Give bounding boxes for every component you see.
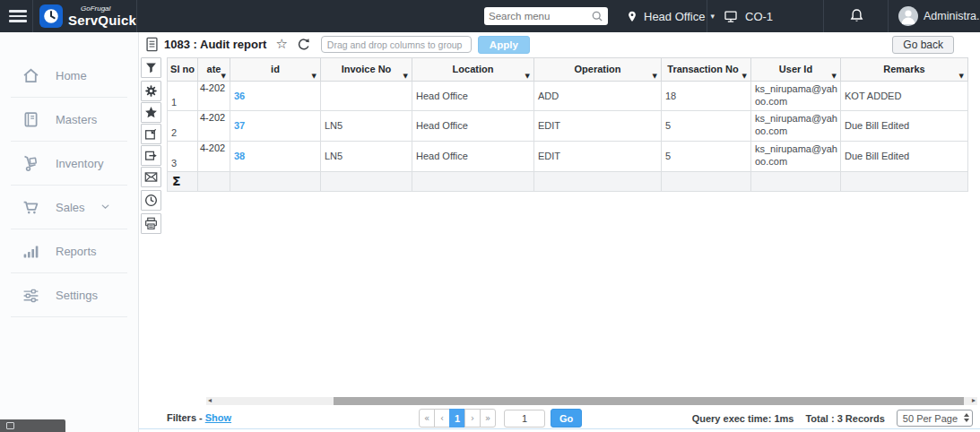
notifications-bell-icon[interactable] xyxy=(848,0,865,32)
sidebar-item-label: Sales xyxy=(56,201,85,214)
scroll-right-icon[interactable]: ▸ xyxy=(972,395,976,406)
bottom-divider xyxy=(139,428,980,429)
table-row: 1 4-202 36 Head Office ADD 18 ks_nirupam… xyxy=(168,82,968,111)
cell-sl-no: 2 xyxy=(168,110,198,141)
sales-cart-icon xyxy=(22,198,40,217)
show-filters-link[interactable]: Show xyxy=(205,412,231,423)
last-page-button[interactable]: » xyxy=(480,409,496,428)
chevron-down-icon xyxy=(100,201,111,215)
cell-operation: ADD xyxy=(534,82,662,111)
topbar-divider xyxy=(136,0,137,32)
scrollbar-thumb[interactable] xyxy=(334,397,964,405)
mail-icon[interactable] xyxy=(141,167,161,187)
document-icon xyxy=(145,37,159,52)
sidebar-item-inventory[interactable]: Inventory xyxy=(0,142,138,185)
report-footer: Filters -Show « ‹ 1 › » Go Query exec ti… xyxy=(139,408,980,428)
column-header-invoice-no[interactable]: Invoice No▼ xyxy=(321,58,412,82)
cell-id-link[interactable]: 38 xyxy=(230,141,321,171)
location-pin-icon xyxy=(626,9,638,24)
first-page-button[interactable]: « xyxy=(419,409,435,428)
location-label: Head Office xyxy=(644,10,705,23)
favorite-star-icon[interactable]: ☆ xyxy=(275,38,287,51)
go-page-button[interactable]: Go xyxy=(551,409,582,428)
table-row: 2 4-202 37 LN5 Head Office EDIT 5 ks_nir… xyxy=(168,110,968,141)
sidebar-item-home[interactable]: Home xyxy=(0,54,138,97)
printer-icon[interactable] xyxy=(141,213,161,234)
column-header-operation[interactable]: Operation▼ xyxy=(534,58,662,82)
topbar-divider xyxy=(888,0,889,32)
inventory-trolley-icon xyxy=(22,154,40,173)
hamburger-menu-icon[interactable] xyxy=(7,0,29,32)
next-page-button[interactable]: › xyxy=(464,409,481,428)
current-page-button[interactable]: 1 xyxy=(449,409,465,428)
sort-arrow-icon[interactable]: ▼ xyxy=(653,73,657,80)
cell-operation: EDIT xyxy=(534,141,662,171)
column-header-user-id[interactable]: User Id▼ xyxy=(751,58,841,82)
sidebar-item-settings[interactable]: Settings xyxy=(0,273,138,316)
go-back-button[interactable]: Go back xyxy=(892,36,954,54)
page-number-input[interactable] xyxy=(504,410,545,428)
user-name-label: Administra... xyxy=(924,10,980,22)
location-selector[interactable]: Head Office ▾ xyxy=(626,0,715,32)
footer-stats: Query exec time: 1ms Total : 3 Records 5… xyxy=(692,410,973,427)
export-arrow-icon[interactable] xyxy=(141,145,161,166)
clock-icon[interactable] xyxy=(141,190,161,211)
pagination: « ‹ 1 › » Go xyxy=(419,409,582,428)
brand-text: GoFrugal ServQuick xyxy=(68,5,136,27)
terminal-label: CO-1 xyxy=(745,10,773,23)
settings-sliders-icon xyxy=(22,286,40,305)
star-icon[interactable] xyxy=(141,102,161,123)
sidebar-item-sales[interactable]: Sales xyxy=(0,186,138,229)
topbar-divider xyxy=(707,0,707,32)
per-page-select[interactable]: 50 Per Page xyxy=(897,410,973,427)
column-header-date[interactable]: ate▼ xyxy=(198,58,230,82)
brand-servquick: ServQuick xyxy=(68,13,136,27)
sort-arrow-icon[interactable]: ▼ xyxy=(742,73,747,80)
sort-arrow-icon[interactable]: ▼ xyxy=(959,73,964,80)
total-records: Total : 3 Records xyxy=(805,413,884,424)
search-input[interactable] xyxy=(489,11,591,22)
sort-arrow-icon[interactable]: ▼ xyxy=(832,73,837,80)
gear-icon[interactable] xyxy=(141,81,161,101)
cell-sl-no: 3 xyxy=(168,141,198,171)
apply-button[interactable]: Apply xyxy=(478,36,530,54)
cell-remarks: Due Bill Edited xyxy=(841,141,968,171)
cell-id-link[interactable]: 37 xyxy=(230,110,321,141)
cell-remarks: Due Bill Edited xyxy=(841,110,968,141)
filter-icon[interactable] xyxy=(141,57,161,78)
filters-label: Filters - xyxy=(167,412,203,423)
scroll-left-icon[interactable]: ◂ xyxy=(208,395,212,406)
user-menu[interactable]: Administra... ▾ xyxy=(898,0,980,32)
report-content: 1083 : Audit report ☆ Apply Go back xyxy=(139,32,980,432)
group-by-dropzone[interactable] xyxy=(321,36,472,53)
cell-transaction-no: 5 xyxy=(662,110,751,141)
cell-date: 4-202 xyxy=(198,82,230,111)
sort-arrow-icon[interactable]: ▼ xyxy=(312,73,317,80)
horizontal-scrollbar[interactable]: ◂ ▸ xyxy=(206,397,977,405)
sort-arrow-icon[interactable]: ▼ xyxy=(403,73,408,80)
audit-report-table: Sl no ate▼ id▼ Invoice No▼ Location▼ Ope… xyxy=(167,57,968,192)
refresh-icon[interactable] xyxy=(297,38,310,51)
sort-arrow-icon[interactable]: ▼ xyxy=(525,73,530,80)
prev-page-button[interactable]: ‹ xyxy=(434,409,450,428)
sidebar-item-reports[interactable]: Reports xyxy=(0,229,138,272)
column-header-location[interactable]: Location▼ xyxy=(412,58,534,82)
schedule-window-icon[interactable] xyxy=(141,124,161,144)
cell-location: Head Office xyxy=(412,110,534,141)
cell-remarks: KOT ADDED xyxy=(841,82,968,111)
column-header-transaction-no[interactable]: Transaction No▼ xyxy=(662,58,751,82)
app-logo: GoFrugal ServQuick xyxy=(39,0,136,32)
sidebar-item-masters[interactable]: Masters xyxy=(0,98,138,141)
column-header-sl-no[interactable]: Sl no xyxy=(168,58,198,82)
column-header-remarks[interactable]: Remarks▼ xyxy=(841,58,968,82)
sort-arrow-icon[interactable]: ▼ xyxy=(221,73,226,80)
cell-invoice-no: LN5 xyxy=(321,110,412,141)
column-header-id[interactable]: id▼ xyxy=(230,58,321,82)
sigma-summary-icon: Σ xyxy=(168,171,198,191)
chevron-down-icon: ▾ xyxy=(710,12,715,21)
sidebar-item-label: Masters xyxy=(56,113,97,126)
cell-id-link[interactable]: 36 xyxy=(230,82,321,111)
terminal-selector[interactable]: CO-1 xyxy=(723,0,773,32)
spinner-arrows-icon xyxy=(964,413,969,422)
brand-gofrugal: GoFrugal xyxy=(81,5,136,13)
